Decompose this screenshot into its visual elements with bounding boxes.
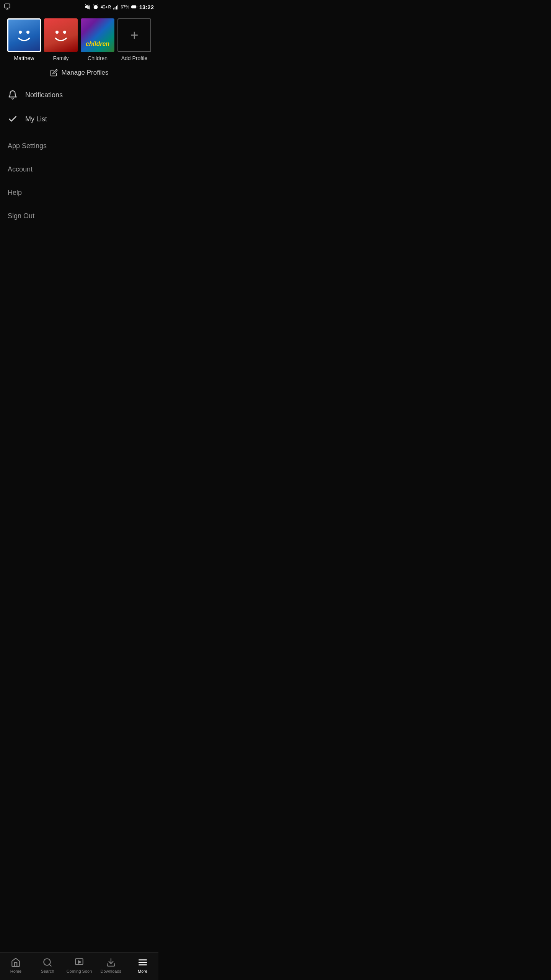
svg-rect-6: [117, 5, 118, 10]
network-indicator: 4G+ R: [101, 5, 111, 9]
bell-icon: [8, 90, 18, 100]
mylist-menu-item[interactable]: My List: [0, 107, 158, 131]
profile-avatar-children: children: [81, 18, 114, 52]
status-bar: 4G+ R 67% 13:22: [0, 0, 158, 12]
signout-label: Sign Out: [8, 212, 34, 220]
svg-rect-8: [132, 6, 134, 8]
svg-point-12: [63, 31, 66, 34]
profile-name-matthew: Matthew: [14, 55, 34, 61]
profile-add[interactable]: + Add Profile: [117, 18, 151, 61]
profile-name-children: Children: [88, 55, 108, 61]
notifications-label: Notifications: [25, 91, 63, 99]
profile-avatar-add: +: [117, 18, 151, 52]
notifications-menu-item[interactable]: Notifications: [0, 83, 158, 107]
svg-point-10: [26, 31, 29, 34]
app-settings-label: App Settings: [8, 142, 47, 150]
svg-point-11: [55, 31, 59, 34]
account-item[interactable]: Account: [0, 158, 158, 181]
battery-percentage: 67%: [121, 5, 129, 9]
profile-children[interactable]: children Children: [81, 18, 114, 61]
profile-name-add: Add Profile: [121, 55, 147, 61]
status-time: 13:22: [139, 4, 154, 10]
account-label: Account: [8, 165, 33, 173]
profile-matthew[interactable]: Matthew: [7, 18, 41, 61]
help-item[interactable]: Help: [0, 181, 158, 204]
app-settings-item[interactable]: App Settings: [0, 134, 158, 158]
status-left-icon: [4, 3, 11, 11]
svg-rect-0: [5, 4, 10, 8]
signout-item[interactable]: Sign Out: [0, 204, 158, 228]
manage-profiles-button[interactable]: Manage Profiles: [0, 64, 158, 83]
svg-rect-4: [114, 7, 115, 10]
profile-avatar-family: [44, 18, 78, 52]
help-label: Help: [8, 189, 22, 196]
profile-name-family: Family: [53, 55, 68, 61]
profile-avatar-matthew: [7, 18, 41, 52]
svg-rect-5: [116, 6, 117, 9]
manage-profiles-label: Manage Profiles: [62, 69, 109, 77]
children-text-label: children: [86, 41, 109, 47]
pencil-icon: [50, 69, 58, 77]
profile-family[interactable]: Family: [44, 18, 78, 61]
status-icons: 4G+ R 67% 13:22: [85, 4, 154, 10]
mylist-label: My List: [25, 115, 47, 123]
add-plus-icon: +: [130, 28, 138, 42]
check-icon: [8, 114, 18, 124]
settings-menu: App Settings Account Help Sign Out: [0, 131, 158, 231]
svg-rect-3: [113, 8, 114, 10]
profiles-section: Matthew Family children Children +: [0, 12, 158, 64]
svg-point-9: [19, 31, 22, 34]
